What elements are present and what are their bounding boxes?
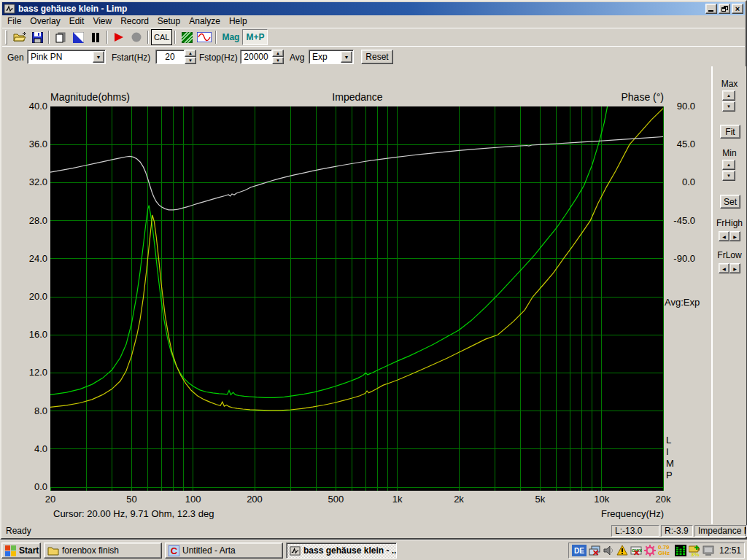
magnitude-phase-view-button[interactable]: M+P bbox=[242, 29, 268, 45]
network-disconnected-icon[interactable]: ✕ bbox=[589, 545, 600, 556]
set-button[interactable]: Set bbox=[720, 195, 740, 209]
avg-select[interactable]: Exp ▼ bbox=[309, 50, 354, 64]
close-icon: × bbox=[735, 4, 740, 13]
limp-app-icon bbox=[4, 3, 15, 15]
frequency-tick-label: 2k bbox=[441, 494, 477, 505]
meter-icon[interactable] bbox=[675, 545, 686, 556]
save-button[interactable] bbox=[28, 29, 46, 45]
language-indicator[interactable]: DE bbox=[572, 545, 587, 556]
fstart-stepper[interactable]: ▲ ▼ bbox=[185, 50, 196, 64]
menu-help[interactable]: Help bbox=[225, 15, 252, 28]
svg-text:✕: ✕ bbox=[592, 548, 599, 556]
chevron-down-icon[interactable]: ▼ bbox=[341, 51, 352, 63]
x-axis-title: Frequency(Hz) bbox=[516, 508, 664, 519]
min-stepper[interactable]: ▲ ▼ bbox=[722, 160, 735, 182]
graph-controls-sidebar: Max ▲ ▼ Fit Min ▲ ▼ Set FrHigh ◀ ▶ FrLow bbox=[711, 66, 746, 526]
down-arrow-icon[interactable]: ▼ bbox=[722, 101, 735, 112]
task-button-arta[interactable]: C Untitled - Arta bbox=[165, 542, 283, 559]
down-arrow-icon[interactable]: ▼ bbox=[272, 57, 284, 64]
magnitude-tick-label: 36.0 bbox=[2, 139, 47, 149]
magnitude-tick-label: 40.0 bbox=[2, 101, 47, 112]
frlow-label: FrLow bbox=[713, 250, 746, 260]
generator-setup-button[interactable] bbox=[196, 29, 213, 45]
gwx-disabled-icon[interactable]: GWX ✕ bbox=[630, 545, 642, 556]
pause-icon bbox=[91, 33, 100, 42]
up-arrow-icon[interactable]: ▲ bbox=[722, 160, 735, 170]
start-button[interactable]: Start bbox=[1, 542, 41, 559]
frequency-tick-label: 50 bbox=[113, 494, 150, 505]
menu-file[interactable]: File bbox=[3, 15, 26, 28]
up-arrow-icon[interactable]: ▲ bbox=[722, 90, 735, 101]
battery-percent: 3% bbox=[691, 552, 700, 558]
menu-analyze[interactable]: Analyze bbox=[185, 15, 225, 28]
task-label: forenbox finish bbox=[62, 545, 119, 556]
magnitude-view-button[interactable]: Mag bbox=[219, 29, 242, 45]
display-icon[interactable] bbox=[703, 545, 714, 556]
up-arrow-icon[interactable]: ▲ bbox=[185, 50, 196, 57]
frequency-tick-label: 10k bbox=[584, 494, 620, 505]
frlow-stepper[interactable]: ◀ ▶ bbox=[719, 263, 740, 273]
generator-select[interactable]: Pink PN ▼ bbox=[27, 50, 106, 64]
frequency-tick-label: 500 bbox=[317, 494, 354, 505]
limp-window: bass gehäuse klein - Limp × File Overlay… bbox=[0, 0, 747, 540]
restore-button[interactable] bbox=[719, 4, 730, 14]
close-button[interactable]: × bbox=[732, 4, 743, 14]
max-stepper[interactable]: ▲ ▼ bbox=[722, 90, 735, 112]
fstart-input[interactable]: 20 bbox=[155, 50, 185, 64]
chevron-down-icon[interactable]: ▼ bbox=[93, 51, 104, 63]
stop-button[interactable] bbox=[87, 29, 104, 45]
open-file-button[interactable] bbox=[11, 29, 28, 45]
copy-image-button[interactable] bbox=[52, 29, 69, 45]
play-icon bbox=[114, 32, 124, 42]
task-label: bass gehäuse klein - ... bbox=[303, 545, 397, 556]
start-label: Start bbox=[19, 545, 39, 556]
menu-edit[interactable]: Edit bbox=[65, 15, 89, 28]
reset-button[interactable]: Reset bbox=[361, 50, 393, 64]
calibrate-button[interactable]: CAL bbox=[151, 29, 172, 45]
color-scheme-button[interactable] bbox=[69, 29, 87, 45]
volume-icon[interactable] bbox=[603, 545, 614, 556]
warning-icon[interactable] bbox=[616, 545, 628, 556]
fit-button[interactable]: Fit bbox=[720, 125, 740, 139]
fstop-stepper[interactable]: ▲ ▼ bbox=[272, 50, 284, 64]
down-arrow-icon[interactable]: ▼ bbox=[722, 171, 735, 181]
impedance-plot[interactable] bbox=[50, 106, 664, 491]
left-arrow-icon[interactable]: ◀ bbox=[719, 263, 729, 273]
gear-icon[interactable] bbox=[644, 545, 656, 556]
record-button[interactable] bbox=[128, 29, 145, 45]
menu-record[interactable]: Record bbox=[116, 15, 153, 28]
spectrum-view-button[interactable] bbox=[178, 29, 196, 45]
cpu-freq-unit: GHz bbox=[658, 551, 673, 556]
up-arrow-icon[interactable]: ▲ bbox=[272, 50, 284, 57]
series-magnitude bbox=[50, 109, 663, 411]
fstop-input[interactable]: 20000 bbox=[240, 50, 272, 64]
magnitude-tick-label: 4.0 bbox=[2, 443, 47, 454]
minimize-button[interactable] bbox=[705, 4, 717, 14]
menu-bar: File Overlay Edit View Record Setup Anal… bbox=[2, 15, 745, 28]
system-tray: DE ✕ bbox=[568, 542, 745, 559]
start-measurement-button[interactable] bbox=[110, 29, 128, 45]
task-button-folder[interactable]: forenbox finish bbox=[44, 542, 162, 559]
document-icon bbox=[55, 32, 66, 43]
menu-view[interactable]: View bbox=[88, 15, 116, 28]
menu-overlay[interactable]: Overlay bbox=[26, 15, 64, 28]
titlebar[interactable]: bass gehäuse klein - Limp × bbox=[2, 2, 745, 15]
right-arrow-icon[interactable]: ▶ bbox=[729, 263, 740, 273]
clock[interactable]: 12:51 bbox=[719, 545, 741, 556]
frhigh-stepper[interactable]: ◀ ▶ bbox=[719, 231, 740, 241]
battery-icon[interactable]: 3% bbox=[689, 545, 700, 556]
right-axis-title: Phase (°) bbox=[576, 91, 664, 103]
magnitude-tick-label: 20.0 bbox=[2, 291, 47, 302]
left-arrow-icon[interactable]: ◀ bbox=[719, 231, 729, 241]
phase-tick-label: -45.0 bbox=[665, 215, 695, 226]
right-arrow-icon[interactable]: ▶ bbox=[729, 231, 740, 241]
window-title: bass gehäuse klein - Limp bbox=[18, 4, 704, 14]
down-arrow-icon[interactable]: ▼ bbox=[185, 57, 196, 64]
series-magnitude bbox=[50, 106, 608, 397]
cpu-frequency-indicator[interactable]: 0.79 GHz bbox=[658, 545, 673, 556]
toolbar-grip[interactable] bbox=[5, 30, 7, 44]
task-button-limp-active[interactable]: bass gehäuse klein - ... bbox=[286, 542, 397, 559]
toolbar-separator bbox=[48, 31, 50, 44]
frequency-tick-label: 20 bbox=[32, 494, 69, 505]
menu-setup[interactable]: Setup bbox=[153, 15, 185, 28]
